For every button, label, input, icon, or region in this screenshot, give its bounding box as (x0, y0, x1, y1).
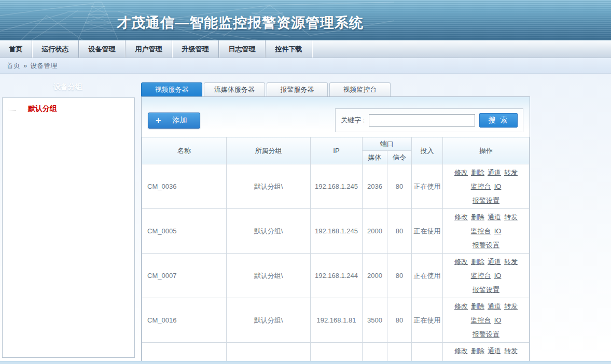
table-row: CM_0036默认分组\192.168.1.245203680正在使用修改删除通… (142, 164, 530, 209)
table-row: CM_0007默认分组\192.168.1.244200080正在使用修改删除通… (142, 254, 530, 298)
nav-item-upgrade-mgmt[interactable]: 升级管理 (172, 40, 219, 58)
action-link-io[interactable]: IO (494, 272, 502, 279)
breadcrumb: 首页 » 设备管理 (0, 58, 611, 74)
col-header-name: 名称 (142, 137, 227, 164)
cell-group: 默认分组\ (227, 209, 311, 254)
col-header-signal: 信令 (387, 151, 412, 164)
action-link-monitor-console[interactable]: 监控台 (471, 227, 491, 235)
search-input[interactable] (369, 114, 475, 127)
add-button-label: 添加 (173, 116, 187, 125)
group-label: 默认分组 (28, 104, 57, 114)
cell-group: 默认分组\ (227, 164, 311, 209)
tab-alarm-server[interactable]: 报警服务器 (267, 82, 328, 96)
device-table-header: 名称 所属分组 IP 端口 投入 操作 媒体 信令 (142, 137, 530, 164)
action-link-channel[interactable]: 通道 (488, 302, 501, 310)
cell-ip: 192.168.1.245 (311, 164, 363, 209)
cell-group: 默认分组\ (227, 298, 311, 343)
app-title: 才茂通信—智能监控报警资源管理系统 (117, 13, 364, 32)
action-link-alarm-settings[interactable]: 报警设置 (473, 286, 499, 293)
device-group-panel: 默认分组 (2, 97, 135, 358)
device-table: 名称 所属分组 IP 端口 投入 操作 媒体 信令 CM_0036默认分组\19… (142, 137, 530, 364)
tab-stream-server[interactable]: 流媒体服务器 (204, 82, 265, 96)
keyword-label: 关键字 : (341, 116, 365, 125)
add-button[interactable]: + 添加 (148, 113, 200, 129)
action-link-delete[interactable]: 删除 (471, 302, 484, 310)
action-link-alarm-settings[interactable]: 报警设置 (473, 330, 499, 338)
tree-branch-icon (8, 105, 16, 110)
nav-item-control-download[interactable]: 控件下载 (266, 40, 312, 58)
action-link-delete[interactable]: 删除 (471, 347, 484, 355)
app-header: 才茂通信—智能监控报警资源管理系统 (0, 0, 611, 40)
plus-icon: + (156, 116, 161, 124)
action-link-modify[interactable]: 修改 (454, 347, 468, 355)
content-area: 设备分组 默认分组 视频服务器流媒体服务器报警服务器视频监控台 + 添加 关键字… (0, 74, 611, 364)
action-link-delete[interactable]: 删除 (471, 169, 484, 176)
action-link-channel[interactable]: 通道 (488, 169, 501, 176)
action-link-alarm-settings[interactable]: 报警设置 (473, 241, 499, 249)
action-link-io[interactable]: IO (494, 316, 502, 324)
toolbar: + 添加 关键字 : 搜 索 (148, 108, 523, 132)
action-link-modify[interactable]: 修改 (454, 169, 468, 176)
action-link-channel[interactable]: 通道 (488, 213, 501, 221)
action-link-forward[interactable]: 转发 (504, 347, 518, 355)
main-nav: 首页运行状态设备管理用户管理升级管理日志管理控件下载 (0, 40, 611, 58)
cell-ip: 192.168.1.244 (311, 254, 363, 298)
nav-item-log-mgmt[interactable]: 日志管理 (219, 40, 266, 58)
col-header-ip: IP (311, 137, 363, 164)
breadcrumb-separator: » (23, 62, 27, 69)
cell-status: 正在使用 (412, 209, 443, 254)
device-table-body: CM_0036默认分组\192.168.1.245203680正在使用修改删除通… (142, 164, 530, 364)
device-content-panel: + 添加 关键字 : 搜 索 (141, 96, 530, 364)
cell-media-port: 2000 (363, 254, 387, 298)
action-link-delete[interactable]: 删除 (471, 258, 484, 265)
action-link-alarm-settings[interactable]: 报警设置 (473, 197, 499, 204)
cell-group: 默认分组\ (227, 254, 311, 298)
tab-video-console[interactable]: 视频监控台 (329, 82, 391, 96)
action-link-forward[interactable]: 转发 (504, 258, 518, 265)
breadcrumb-home[interactable]: 首页 (7, 61, 20, 71)
cell-signal-port: 80 (387, 164, 412, 209)
cell-ip: 192.168.1.245 (311, 209, 363, 254)
search-button[interactable]: 搜 索 (479, 113, 518, 128)
action-link-modify[interactable]: 修改 (454, 258, 468, 265)
breadcrumb-current: 设备管理 (30, 61, 57, 71)
action-link-io[interactable]: IO (494, 183, 502, 190)
action-link-forward[interactable]: 转发 (504, 302, 518, 310)
cell-signal-port: 80 (387, 209, 412, 254)
cell-actions: 修改删除通道转发监控台IO报警设置 (443, 298, 530, 343)
cell-name: CM_0036 (142, 164, 227, 209)
action-link-modify[interactable]: 修改 (454, 213, 468, 221)
sidebar-title: 设备分组 (0, 82, 136, 95)
cell-status: 正在使用 (412, 164, 443, 209)
col-header-media: 媒体 (363, 151, 387, 164)
cell-name: CM_0007 (142, 254, 227, 298)
action-link-channel[interactable]: 通道 (488, 347, 501, 355)
action-link-modify[interactable]: 修改 (454, 302, 468, 310)
cell-media-port: 2036 (363, 164, 387, 209)
cell-actions: 修改删除通道转发监控台IO报警设置 (443, 254, 530, 298)
table-row: CM_0005默认分组\192.168.1.245200080正在使用修改删除通… (142, 209, 530, 254)
tab-video-server[interactable]: 视频服务器 (141, 82, 202, 96)
cell-media-port: 3500 (363, 298, 387, 343)
cell-name: CM_0016 (142, 298, 227, 343)
sidebar: 设备分组 默认分组 (0, 82, 136, 364)
sidebar-group-default[interactable]: 默认分组 (3, 98, 134, 114)
action-link-monitor-console[interactable]: 监控台 (471, 183, 491, 190)
action-link-io[interactable]: IO (494, 227, 502, 235)
nav-item-home[interactable]: 首页 (0, 40, 32, 58)
action-link-monitor-console[interactable]: 监控台 (471, 272, 491, 279)
footer-strip (0, 361, 611, 364)
nav-item-device-mgmt[interactable]: 设备管理 (79, 40, 126, 58)
action-link-channel[interactable]: 通道 (488, 258, 501, 265)
main-panel: 视频服务器流媒体服务器报警服务器视频监控台 + 添加 关键字 : 搜 索 (141, 82, 530, 364)
action-link-monitor-console[interactable]: 监控台 (471, 316, 491, 324)
action-link-forward[interactable]: 转发 (504, 213, 518, 221)
action-link-delete[interactable]: 删除 (471, 213, 484, 221)
nav-item-user-mgmt[interactable]: 用户管理 (126, 40, 172, 58)
col-header-status: 投入 (412, 137, 443, 164)
nav-item-run-status[interactable]: 运行状态 (32, 40, 79, 58)
cell-name: CM_0005 (142, 209, 227, 254)
search-box: 关键字 : 搜 索 (335, 108, 523, 132)
cell-signal-port: 80 (387, 254, 412, 298)
action-link-forward[interactable]: 转发 (504, 169, 518, 176)
